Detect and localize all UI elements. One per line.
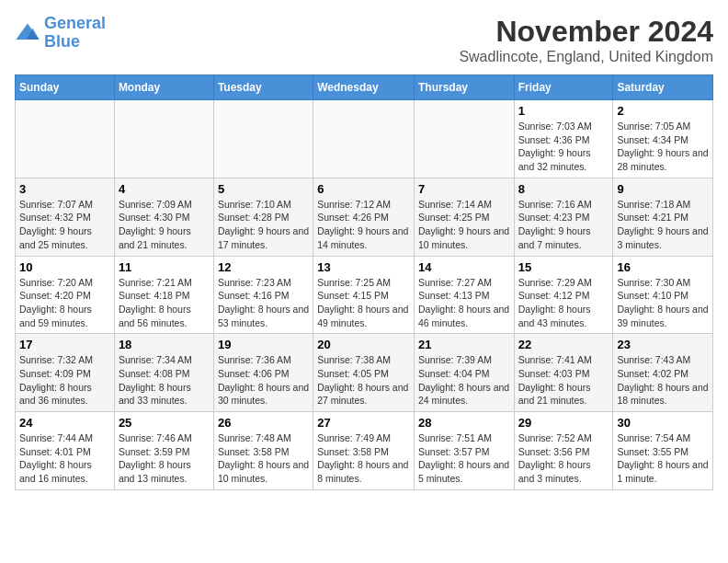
day-info: Sunrise: 7:41 AMSunset: 4:03 PMDaylight:…	[518, 353, 609, 408]
day-number: 3	[19, 182, 110, 196]
day-cell: 4Sunrise: 7:09 AMSunset: 4:30 PMDaylight…	[114, 178, 213, 256]
day-info: Sunrise: 7:36 AMSunset: 4:06 PMDaylight:…	[218, 353, 309, 408]
week-row-5: 24Sunrise: 7:44 AMSunset: 4:01 PMDayligh…	[16, 412, 713, 490]
day-info: Sunrise: 7:46 AMSunset: 3:59 PMDaylight:…	[119, 431, 210, 486]
day-info: Sunrise: 7:27 AMSunset: 4:13 PMDaylight:…	[418, 276, 510, 330]
day-info: Sunrise: 7:18 AMSunset: 4:21 PMDaylight:…	[617, 198, 709, 252]
title-area: November 2024 Swadlincote, England, Unit…	[459, 15, 713, 65]
day-cell: 23Sunrise: 7:43 AMSunset: 4:02 PMDayligh…	[613, 334, 713, 412]
day-cell: 6Sunrise: 7:12 AMSunset: 4:26 PMDaylight…	[313, 178, 415, 256]
header-cell-thursday: Thursday	[414, 75, 514, 100]
day-info: Sunrise: 7:23 AMSunset: 4:16 PMDaylight:…	[218, 276, 309, 330]
day-number: 8	[518, 182, 609, 196]
day-info: Sunrise: 7:51 AMSunset: 3:57 PMDaylight:…	[418, 431, 510, 486]
week-row-4: 17Sunrise: 7:32 AMSunset: 4:09 PMDayligh…	[16, 334, 713, 412]
day-cell: 8Sunrise: 7:16 AMSunset: 4:23 PMDaylight…	[514, 178, 613, 256]
day-cell: 14Sunrise: 7:27 AMSunset: 4:13 PMDayligh…	[414, 256, 514, 334]
day-cell	[414, 100, 514, 178]
day-info: Sunrise: 7:52 AMSunset: 3:56 PMDaylight:…	[518, 431, 609, 486]
day-info: Sunrise: 7:54 AMSunset: 3:55 PMDaylight:…	[617, 431, 709, 486]
day-number: 23	[617, 338, 709, 351]
day-number: 21	[418, 338, 510, 351]
day-info: Sunrise: 7:30 AMSunset: 4:10 PMDaylight:…	[617, 276, 709, 330]
header-cell-tuesday: Tuesday	[213, 75, 313, 100]
day-cell: 11Sunrise: 7:21 AMSunset: 4:18 PMDayligh…	[114, 256, 213, 334]
day-number: 30	[617, 416, 709, 430]
week-row-1: 1Sunrise: 7:03 AMSunset: 4:36 PMDaylight…	[16, 100, 713, 178]
day-cell: 22Sunrise: 7:41 AMSunset: 4:03 PMDayligh…	[514, 334, 613, 412]
day-cell: 16Sunrise: 7:30 AMSunset: 4:10 PMDayligh…	[613, 256, 713, 334]
day-info: Sunrise: 7:10 AMSunset: 4:28 PMDaylight:…	[218, 198, 309, 252]
header: General Blue November 2024 Swadlincote, …	[15, 15, 713, 65]
day-cell: 25Sunrise: 7:46 AMSunset: 3:59 PMDayligh…	[114, 412, 213, 490]
day-info: Sunrise: 7:48 AMSunset: 3:58 PMDaylight:…	[218, 431, 309, 486]
day-cell: 12Sunrise: 7:23 AMSunset: 4:16 PMDayligh…	[213, 256, 313, 334]
day-info: Sunrise: 7:16 AMSunset: 4:23 PMDaylight:…	[518, 198, 609, 252]
day-info: Sunrise: 7:38 AMSunset: 4:05 PMDaylight:…	[317, 353, 410, 408]
day-info: Sunrise: 7:39 AMSunset: 4:04 PMDaylight:…	[418, 353, 510, 408]
day-cell: 3Sunrise: 7:07 AMSunset: 4:32 PMDaylight…	[16, 178, 115, 256]
day-info: Sunrise: 7:20 AMSunset: 4:20 PMDaylight:…	[19, 276, 110, 330]
day-number: 13	[317, 260, 410, 274]
day-number: 12	[218, 260, 309, 274]
calendar-table: SundayMondayTuesdayWednesdayThursdayFrid…	[15, 75, 713, 490]
day-info: Sunrise: 7:21 AMSunset: 4:18 PMDaylight:…	[119, 276, 210, 330]
day-info: Sunrise: 7:44 AMSunset: 4:01 PMDaylight:…	[19, 431, 110, 486]
day-info: Sunrise: 7:25 AMSunset: 4:15 PMDaylight:…	[317, 276, 410, 330]
day-cell: 5Sunrise: 7:10 AMSunset: 4:28 PMDaylight…	[213, 178, 313, 256]
day-info: Sunrise: 7:03 AMSunset: 4:36 PMDaylight:…	[518, 120, 609, 174]
day-cell: 24Sunrise: 7:44 AMSunset: 4:01 PMDayligh…	[16, 412, 115, 490]
day-cell	[213, 100, 313, 178]
day-number: 24	[19, 416, 110, 430]
day-cell: 21Sunrise: 7:39 AMSunset: 4:04 PMDayligh…	[414, 334, 514, 412]
day-number: 14	[418, 260, 510, 274]
day-cell: 28Sunrise: 7:51 AMSunset: 3:57 PMDayligh…	[414, 412, 514, 490]
day-cell: 26Sunrise: 7:48 AMSunset: 3:58 PMDayligh…	[213, 412, 313, 490]
day-cell: 13Sunrise: 7:25 AMSunset: 4:15 PMDayligh…	[313, 256, 415, 334]
day-number: 9	[617, 182, 709, 196]
day-number: 29	[518, 416, 609, 430]
day-cell: 30Sunrise: 7:54 AMSunset: 3:55 PMDayligh…	[613, 412, 713, 490]
day-cell	[114, 100, 213, 178]
day-info: Sunrise: 7:29 AMSunset: 4:12 PMDaylight:…	[518, 276, 609, 330]
header-cell-friday: Friday	[514, 75, 613, 100]
day-info: Sunrise: 7:12 AMSunset: 4:26 PMDaylight:…	[317, 198, 410, 252]
day-number: 16	[617, 260, 709, 274]
day-number: 20	[317, 338, 410, 351]
month-title: November 2024	[459, 15, 713, 49]
logo-text: General Blue	[44, 15, 106, 52]
day-number: 2	[617, 104, 709, 118]
week-row-3: 10Sunrise: 7:20 AMSunset: 4:20 PMDayligh…	[16, 256, 713, 334]
day-number: 1	[518, 104, 609, 118]
day-cell: 29Sunrise: 7:52 AMSunset: 3:56 PMDayligh…	[514, 412, 613, 490]
day-number: 19	[218, 338, 309, 351]
day-cell: 20Sunrise: 7:38 AMSunset: 4:05 PMDayligh…	[313, 334, 415, 412]
day-cell: 17Sunrise: 7:32 AMSunset: 4:09 PMDayligh…	[16, 334, 115, 412]
day-number: 18	[119, 338, 210, 351]
day-cell: 2Sunrise: 7:05 AMSunset: 4:34 PMDaylight…	[613, 100, 713, 178]
week-row-2: 3Sunrise: 7:07 AMSunset: 4:32 PMDaylight…	[16, 178, 713, 256]
day-cell: 10Sunrise: 7:20 AMSunset: 4:20 PMDayligh…	[16, 256, 115, 334]
day-number: 17	[19, 338, 110, 351]
day-cell	[313, 100, 415, 178]
header-cell-monday: Monday	[114, 75, 213, 100]
day-cell: 15Sunrise: 7:29 AMSunset: 4:12 PMDayligh…	[514, 256, 613, 334]
day-number: 7	[418, 182, 510, 196]
day-info: Sunrise: 7:14 AMSunset: 4:25 PMDaylight:…	[418, 198, 510, 252]
header-cell-sunday: Sunday	[16, 75, 115, 100]
day-cell: 9Sunrise: 7:18 AMSunset: 4:21 PMDaylight…	[613, 178, 713, 256]
day-cell	[16, 100, 115, 178]
header-cell-wednesday: Wednesday	[313, 75, 415, 100]
day-cell: 18Sunrise: 7:34 AMSunset: 4:08 PMDayligh…	[114, 334, 213, 412]
day-cell: 1Sunrise: 7:03 AMSunset: 4:36 PMDaylight…	[514, 100, 613, 178]
day-number: 4	[119, 182, 210, 196]
header-cell-saturday: Saturday	[613, 75, 713, 100]
location-title: Swadlincote, England, United Kingdom	[459, 49, 713, 65]
day-info: Sunrise: 7:09 AMSunset: 4:30 PMDaylight:…	[119, 198, 210, 252]
day-cell: 7Sunrise: 7:14 AMSunset: 4:25 PMDaylight…	[414, 178, 514, 256]
day-info: Sunrise: 7:07 AMSunset: 4:32 PMDaylight:…	[19, 198, 110, 252]
day-number: 15	[518, 260, 609, 274]
day-number: 28	[418, 416, 510, 430]
day-number: 11	[119, 260, 210, 274]
calendar-body: 1Sunrise: 7:03 AMSunset: 4:36 PMDaylight…	[16, 100, 713, 490]
